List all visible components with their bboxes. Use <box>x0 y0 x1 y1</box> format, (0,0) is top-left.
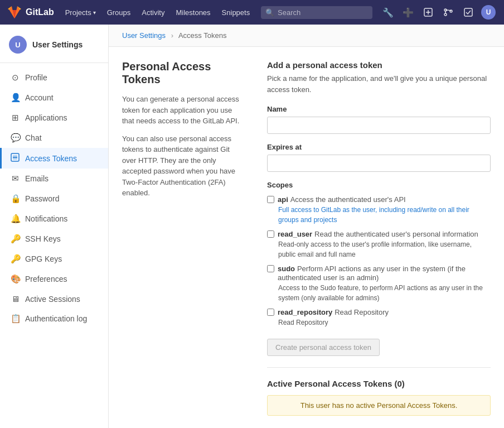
scope-checkbox-api[interactable] <box>267 196 274 203</box>
active-tokens-title: Active Personal Access Tokens (0) <box>267 379 491 388</box>
access-tokens-icon <box>11 153 20 163</box>
sidebar-item-applications[interactable]: ⊞ Applications <box>0 108 108 128</box>
sidebar-item-account[interactable]: 👤 Account <box>0 88 108 108</box>
sidebar-item-active-sessions[interactable]: 🖥 Active Sessions <box>0 289 108 309</box>
create-token-button[interactable]: Create personal access token <box>267 339 380 356</box>
new-item-plus-icon[interactable]: ➕ <box>399 3 417 21</box>
ssh-icon: 🔑 <box>11 234 20 244</box>
description-paragraph-2: You can also use personal access tokens … <box>122 133 245 199</box>
top-navigation: GitLab Projects ▾ Groups Activity Milest… <box>0 0 504 25</box>
gitlab-wordmark: GitLab <box>26 7 54 17</box>
sidebar-item-profile[interactable]: ⊙ Profile <box>0 68 108 88</box>
section-divider <box>267 367 491 368</box>
search-input[interactable] <box>278 8 368 17</box>
main-content: User Settings › Access Tokens Personal A… <box>109 25 504 428</box>
nav-milestones[interactable]: Milestones <box>171 6 215 19</box>
sidebar-label-profile: Profile <box>25 73 47 82</box>
search-icon: 🔍 <box>265 8 274 17</box>
add-token-section-title: Add a personal access token <box>267 60 491 70</box>
gitlab-logo[interactable]: GitLab <box>7 4 54 20</box>
scope-desc-read-user: Read the authenticated user's personal i… <box>314 230 478 238</box>
auth-log-icon: 📋 <box>11 314 20 324</box>
sidebar-item-access-tokens[interactable]: Access Tokens <box>0 148 108 169</box>
sidebar-item-chat[interactable]: 💬 Chat <box>0 128 108 148</box>
profile-icon: ⊙ <box>11 73 20 83</box>
user-avatar: U <box>481 5 496 20</box>
sidebar-item-gpg-keys[interactable]: 🔑 GPG Keys <box>0 249 108 269</box>
content-area: Personal Access Tokens You can generate … <box>109 47 504 428</box>
sidebar-item-ssh-keys[interactable]: 🔑 SSH Keys <box>0 229 108 249</box>
no-active-tokens-message: This user has no active Personal Access … <box>267 395 491 416</box>
user-avatar-btn[interactable]: U <box>479 3 497 21</box>
emails-icon: ✉ <box>11 174 20 184</box>
sidebar-item-preferences[interactable]: 🎨 Preferences <box>0 269 108 289</box>
scope-detail-read-repository: Read Repository <box>278 318 491 328</box>
scope-desc-sudo: Perform API actions as any user in the s… <box>278 265 466 282</box>
scope-item-sudo: sudo Perform API actions as any user in … <box>267 264 491 303</box>
nav-groups[interactable]: Groups <box>103 6 135 19</box>
sidebar-item-auth-log[interactable]: 📋 Authentication log <box>0 309 108 329</box>
name-input[interactable] <box>267 117 491 134</box>
sidebar-label-applications: Applications <box>25 113 67 122</box>
sidebar-label-auth-log: Authentication log <box>25 314 87 323</box>
topnav-icon-group: 🔧 ➕ U <box>379 3 497 21</box>
sidebar-label-active-sessions: Active Sessions <box>25 295 80 304</box>
sidebar-label-gpg: GPG Keys <box>25 254 62 263</box>
scope-row-api: api Access the authenticated user's API <box>267 195 491 204</box>
issues-icon[interactable] <box>419 3 437 21</box>
sidebar: U User Settings ⊙ Profile 👤 Account ⊞ Ap… <box>0 25 109 428</box>
svg-point-11 <box>444 13 447 16</box>
scope-desc-api: Access the authenticated user's API <box>290 195 406 204</box>
breadcrumb: User Settings › Access Tokens <box>109 25 504 47</box>
active-sessions-icon: 🖥 <box>11 294 20 304</box>
nav-snippets[interactable]: Snippets <box>217 6 255 19</box>
page-layout: U User Settings ⊙ Profile 👤 Account ⊞ Ap… <box>0 25 504 428</box>
nav-activity[interactable]: Activity <box>137 6 169 19</box>
scope-checkbox-read-user[interactable] <box>267 230 274 238</box>
scope-name-api: api <box>278 195 288 204</box>
preferences-icon: 🎨 <box>11 274 20 284</box>
expires-input[interactable] <box>267 155 491 172</box>
sidebar-item-password[interactable]: 🔒 Password <box>0 189 108 209</box>
scope-detail-api: Full access to GitLab as the user, inclu… <box>278 205 491 225</box>
nav-projects[interactable]: Projects ▾ <box>61 6 100 19</box>
scope-checkbox-sudo[interactable] <box>267 265 274 272</box>
scope-name-read-repository: read_repository <box>278 308 332 316</box>
add-token-section-subtitle: Pick a name for the application, and we'… <box>267 73 491 95</box>
sidebar-label-password: Password <box>25 194 59 203</box>
scope-name-sudo: sudo <box>278 265 295 273</box>
sidebar-avatar: U <box>9 36 27 54</box>
sidebar-user-label: User Settings <box>32 40 83 49</box>
todos-icon[interactable] <box>459 3 477 21</box>
scopes-label: Scopes <box>267 181 491 189</box>
breadcrumb-user-settings[interactable]: User Settings <box>122 31 166 40</box>
account-icon: 👤 <box>11 93 20 103</box>
name-label: Name <box>267 105 491 113</box>
gitlab-fox-icon <box>7 4 22 20</box>
sidebar-label-emails: Emails <box>25 174 49 183</box>
page-title: Personal Access Tokens <box>122 60 245 86</box>
name-field-group: Name <box>267 105 491 134</box>
svg-rect-14 <box>464 8 472 16</box>
merge-requests-icon[interactable] <box>439 3 457 21</box>
sidebar-item-notifications[interactable]: 🔔 Notifications <box>0 209 108 229</box>
scope-item-api: api Access the authenticated user's API … <box>267 195 491 225</box>
scopes-section: Scopes api Access the authenticated user… <box>267 181 491 328</box>
scope-desc-read-repository: Read Repository <box>335 308 389 316</box>
scope-row-sudo: sudo Perform API actions as any user in … <box>267 264 491 282</box>
breadcrumb-separator: › <box>171 31 173 40</box>
scope-name-read-user: read_user <box>278 230 312 238</box>
sidebar-user-header: U User Settings <box>0 29 108 63</box>
search-box[interactable]: 🔍 <box>261 6 372 19</box>
expires-label: Expires at <box>267 143 491 151</box>
sidebar-item-emails[interactable]: ✉ Emails <box>0 169 108 189</box>
chevron-down-icon: ▾ <box>93 9 96 16</box>
scope-checkbox-read-repository[interactable] <box>267 309 274 316</box>
description-paragraph-1: You can generate a personal access token… <box>122 94 245 127</box>
notifications-icon: 🔔 <box>11 214 20 224</box>
scope-row-read-repository: read_repository Read Repository <box>267 307 491 316</box>
admin-wrench-icon[interactable]: 🔧 <box>379 3 397 21</box>
breadcrumb-current: Access Tokens <box>178 31 226 40</box>
chat-icon: 💬 <box>11 133 20 143</box>
right-form-panel: Add a personal access token Pick a name … <box>267 60 491 416</box>
